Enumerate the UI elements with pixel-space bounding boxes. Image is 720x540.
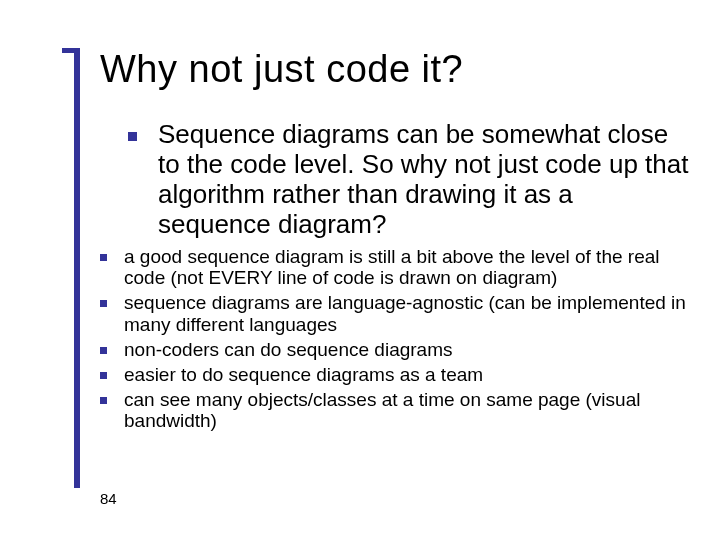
list-item: can see many objects/classes at a time o… — [100, 389, 690, 433]
square-bullet-icon — [100, 254, 107, 261]
square-bullet-icon — [100, 397, 107, 404]
accent-bar — [74, 48, 80, 488]
list-item: easier to do sequence diagrams as a team — [100, 364, 690, 386]
list-item-text: easier to do sequence diagrams as a team — [124, 364, 483, 385]
list-item-text: can see many objects/classes at a time o… — [124, 389, 640, 432]
page-number: 84 — [100, 490, 117, 507]
list-item-text: a good sequence diagram is still a bit a… — [124, 246, 660, 289]
accent-tick — [62, 48, 74, 53]
slide: Why not just code it? Sequence diagrams … — [0, 0, 720, 540]
square-bullet-icon — [100, 300, 107, 307]
sub-bullet-list: a good sequence diagram is still a bit a… — [100, 246, 690, 433]
list-item-text: non-coders can do sequence diagrams — [124, 339, 452, 360]
list-item: a good sequence diagram is still a bit a… — [100, 246, 690, 290]
list-item-text: sequence diagrams are language-agnostic … — [124, 292, 686, 335]
list-item: non-coders can do sequence diagrams — [100, 339, 690, 361]
slide-body: Sequence diagrams can be somewhat close … — [100, 120, 690, 435]
square-bullet-icon — [128, 132, 137, 141]
main-bullet-text: Sequence diagrams can be somewhat close … — [158, 119, 688, 239]
square-bullet-icon — [100, 347, 107, 354]
main-bullet: Sequence diagrams can be somewhat close … — [100, 120, 690, 240]
slide-title: Why not just code it? — [100, 48, 463, 91]
square-bullet-icon — [100, 372, 107, 379]
list-item: sequence diagrams are language-agnostic … — [100, 292, 690, 336]
